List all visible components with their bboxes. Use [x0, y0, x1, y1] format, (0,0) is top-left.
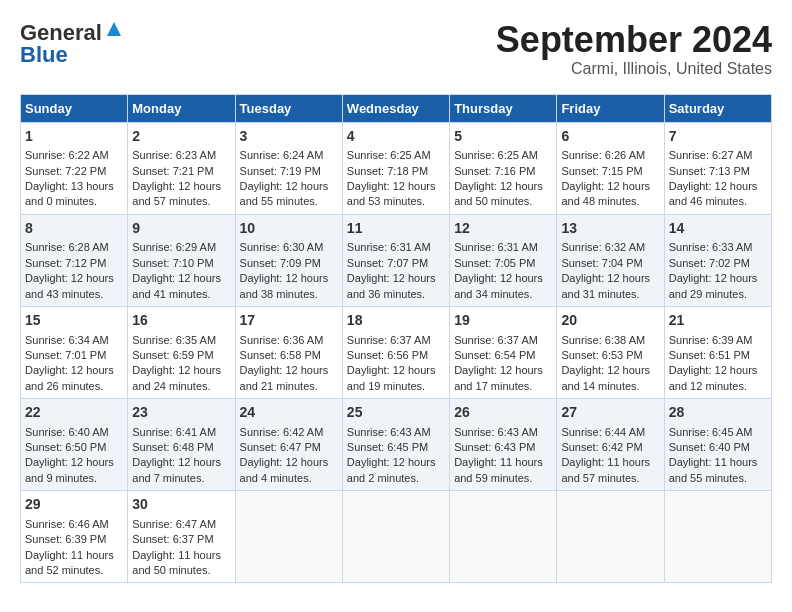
sunrise-label: Sunrise: 6:45 AM	[669, 426, 753, 438]
day-number: 23	[132, 403, 230, 423]
day-number: 19	[454, 311, 552, 331]
logo: General Blue	[20, 20, 123, 68]
table-row: 26 Sunrise: 6:43 AM Sunset: 6:43 PM Dayl…	[450, 399, 557, 491]
header-monday: Monday	[128, 94, 235, 122]
daylight-label: Daylight: 12 hoursand 31 minutes.	[561, 272, 650, 299]
page-title: September 2024	[496, 20, 772, 60]
sunrise-label: Sunrise: 6:23 AM	[132, 149, 216, 161]
sunrise-label: Sunrise: 6:30 AM	[240, 241, 324, 253]
sunrise-label: Sunrise: 6:35 AM	[132, 334, 216, 346]
table-row: 7 Sunrise: 6:27 AM Sunset: 7:13 PM Dayli…	[664, 122, 771, 214]
sunset-label: Sunset: 7:13 PM	[669, 165, 750, 177]
day-number: 18	[347, 311, 445, 331]
sunrise-label: Sunrise: 6:34 AM	[25, 334, 109, 346]
sunset-label: Sunset: 7:01 PM	[25, 349, 106, 361]
calendar-week-row: 22 Sunrise: 6:40 AM Sunset: 6:50 PM Dayl…	[21, 399, 772, 491]
table-row: 10 Sunrise: 6:30 AM Sunset: 7:09 PM Dayl…	[235, 214, 342, 306]
sunset-label: Sunset: 7:21 PM	[132, 165, 213, 177]
table-row: 9 Sunrise: 6:29 AM Sunset: 7:10 PM Dayli…	[128, 214, 235, 306]
daylight-label: Daylight: 12 hoursand 48 minutes.	[561, 180, 650, 207]
sunset-label: Sunset: 6:51 PM	[669, 349, 750, 361]
daylight-label: Daylight: 12 hoursand 21 minutes.	[240, 364, 329, 391]
table-row: 25 Sunrise: 6:43 AM Sunset: 6:45 PM Dayl…	[342, 399, 449, 491]
day-number: 13	[561, 219, 659, 239]
daylight-label: Daylight: 12 hoursand 38 minutes.	[240, 272, 329, 299]
table-row: 5 Sunrise: 6:25 AM Sunset: 7:16 PM Dayli…	[450, 122, 557, 214]
daylight-label: Daylight: 13 hoursand 0 minutes.	[25, 180, 114, 207]
daylight-label: Daylight: 12 hoursand 4 minutes.	[240, 456, 329, 483]
header-thursday: Thursday	[450, 94, 557, 122]
logo-blue: Blue	[20, 42, 68, 68]
table-row: 27 Sunrise: 6:44 AM Sunset: 6:42 PM Dayl…	[557, 399, 664, 491]
table-row	[664, 491, 771, 583]
sunrise-label: Sunrise: 6:36 AM	[240, 334, 324, 346]
table-row: 1 Sunrise: 6:22 AM Sunset: 7:22 PM Dayli…	[21, 122, 128, 214]
day-number: 26	[454, 403, 552, 423]
sunrise-label: Sunrise: 6:22 AM	[25, 149, 109, 161]
day-number: 7	[669, 127, 767, 147]
sunset-label: Sunset: 6:47 PM	[240, 441, 321, 453]
daylight-label: Daylight: 12 hoursand 29 minutes.	[669, 272, 758, 299]
day-number: 29	[25, 495, 123, 515]
sunrise-label: Sunrise: 6:37 AM	[347, 334, 431, 346]
sunrise-label: Sunrise: 6:39 AM	[669, 334, 753, 346]
sunrise-label: Sunrise: 6:38 AM	[561, 334, 645, 346]
sunset-label: Sunset: 6:39 PM	[25, 533, 106, 545]
daylight-label: Daylight: 12 hoursand 36 minutes.	[347, 272, 436, 299]
sunrise-label: Sunrise: 6:32 AM	[561, 241, 645, 253]
sunrise-label: Sunrise: 6:25 AM	[454, 149, 538, 161]
daylight-label: Daylight: 12 hoursand 19 minutes.	[347, 364, 436, 391]
calendar-header-row: Sunday Monday Tuesday Wednesday Thursday…	[21, 94, 772, 122]
sunset-label: Sunset: 7:18 PM	[347, 165, 428, 177]
sunset-label: Sunset: 6:40 PM	[669, 441, 750, 453]
sunset-label: Sunset: 6:58 PM	[240, 349, 321, 361]
daylight-label: Daylight: 12 hoursand 41 minutes.	[132, 272, 221, 299]
sunset-label: Sunset: 6:48 PM	[132, 441, 213, 453]
daylight-label: Daylight: 12 hoursand 46 minutes.	[669, 180, 758, 207]
table-row: 6 Sunrise: 6:26 AM Sunset: 7:15 PM Dayli…	[557, 122, 664, 214]
day-number: 9	[132, 219, 230, 239]
sunset-label: Sunset: 6:59 PM	[132, 349, 213, 361]
header-saturday: Saturday	[664, 94, 771, 122]
sunset-label: Sunset: 7:09 PM	[240, 257, 321, 269]
table-row: 14 Sunrise: 6:33 AM Sunset: 7:02 PM Dayl…	[664, 214, 771, 306]
sunset-label: Sunset: 6:37 PM	[132, 533, 213, 545]
sunset-label: Sunset: 6:50 PM	[25, 441, 106, 453]
daylight-label: Daylight: 12 hoursand 55 minutes.	[240, 180, 329, 207]
table-row: 18 Sunrise: 6:37 AM Sunset: 6:56 PM Dayl…	[342, 306, 449, 398]
table-row: 12 Sunrise: 6:31 AM Sunset: 7:05 PM Dayl…	[450, 214, 557, 306]
day-number: 11	[347, 219, 445, 239]
day-number: 14	[669, 219, 767, 239]
logo-icon	[105, 20, 123, 38]
sunset-label: Sunset: 7:05 PM	[454, 257, 535, 269]
daylight-label: Daylight: 12 hoursand 9 minutes.	[25, 456, 114, 483]
day-number: 4	[347, 127, 445, 147]
sunset-label: Sunset: 6:42 PM	[561, 441, 642, 453]
sunrise-label: Sunrise: 6:26 AM	[561, 149, 645, 161]
table-row: 21 Sunrise: 6:39 AM Sunset: 6:51 PM Dayl…	[664, 306, 771, 398]
sunset-label: Sunset: 6:53 PM	[561, 349, 642, 361]
page-subtitle: Carmi, Illinois, United States	[496, 60, 772, 78]
sunrise-label: Sunrise: 6:42 AM	[240, 426, 324, 438]
sunrise-label: Sunrise: 6:31 AM	[454, 241, 538, 253]
sunrise-label: Sunrise: 6:24 AM	[240, 149, 324, 161]
sunrise-label: Sunrise: 6:44 AM	[561, 426, 645, 438]
day-number: 16	[132, 311, 230, 331]
table-row: 2 Sunrise: 6:23 AM Sunset: 7:21 PM Dayli…	[128, 122, 235, 214]
table-row: 28 Sunrise: 6:45 AM Sunset: 6:40 PM Dayl…	[664, 399, 771, 491]
daylight-label: Daylight: 11 hoursand 57 minutes.	[561, 456, 650, 483]
sunrise-label: Sunrise: 6:47 AM	[132, 518, 216, 530]
day-number: 12	[454, 219, 552, 239]
header-friday: Friday	[557, 94, 664, 122]
sunset-label: Sunset: 7:07 PM	[347, 257, 428, 269]
daylight-label: Daylight: 11 hoursand 50 minutes.	[132, 549, 221, 576]
table-row: 19 Sunrise: 6:37 AM Sunset: 6:54 PM Dayl…	[450, 306, 557, 398]
daylight-label: Daylight: 12 hoursand 53 minutes.	[347, 180, 436, 207]
header-wednesday: Wednesday	[342, 94, 449, 122]
sunset-label: Sunset: 6:56 PM	[347, 349, 428, 361]
day-number: 5	[454, 127, 552, 147]
table-row	[557, 491, 664, 583]
sunset-label: Sunset: 6:45 PM	[347, 441, 428, 453]
svg-marker-0	[107, 22, 121, 36]
table-row: 17 Sunrise: 6:36 AM Sunset: 6:58 PM Dayl…	[235, 306, 342, 398]
